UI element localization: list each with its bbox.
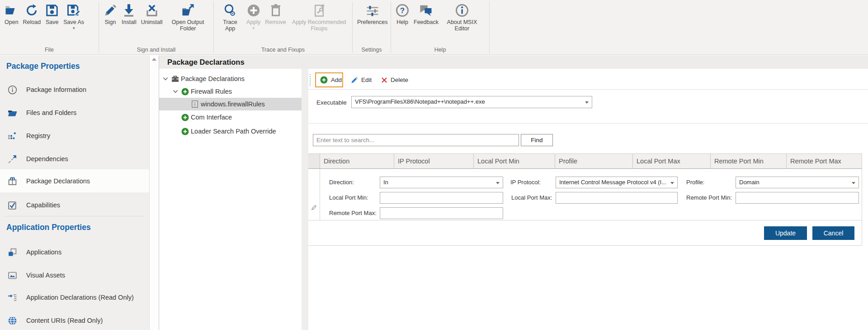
column-header-ip-protocol[interactable]: IP Protocol <box>394 154 474 168</box>
install-button[interactable]: Install <box>120 2 138 26</box>
direction-combobox[interactable]: In <box>380 177 503 188</box>
open-button-label: Open <box>5 19 19 25</box>
row-indicator-cell <box>308 169 320 220</box>
scroll-up-arrow-icon[interactable] <box>152 58 156 61</box>
sidebar-item-capabilities[interactable]: Capabilities <box>0 194 149 216</box>
remove-button[interactable]: Remove <box>263 2 288 26</box>
chevron-down-icon <box>670 182 674 184</box>
local-port-min-input[interactable] <box>380 192 503 204</box>
cancel-button[interactable]: Cancel <box>812 226 854 240</box>
reload-button[interactable]: Reload <box>21 2 43 26</box>
preferences-sliders-icon <box>366 3 379 18</box>
save-button-label: Save <box>46 19 59 25</box>
save-as-dropdown-chevron-icon[interactable]: ▾ <box>73 26 75 30</box>
sidebar-item-application-declarations[interactable]: Application Declarations (Read Only) <box>0 286 149 309</box>
column-header-local-port-min[interactable]: Local Port Min <box>474 154 555 168</box>
trace-app-button[interactable]: Trace App <box>217 2 244 33</box>
column-header-profile[interactable]: Profile <box>555 154 633 168</box>
capabilities-check-icon <box>8 201 17 210</box>
save-as-icon <box>67 3 80 18</box>
sidebar-item-label: Visual Assets <box>26 272 65 279</box>
sidebar-item-package-information[interactable]: Package Information <box>0 78 149 101</box>
info-circle-icon <box>8 85 17 95</box>
toolbox-icon <box>170 75 180 83</box>
open-folder-icon <box>5 3 18 18</box>
preferences-button[interactable]: Preferences <box>355 2 389 26</box>
ribbon-group-help: ? Help Feedback About MSIX Editor Help <box>391 0 489 54</box>
tree-item-firewall-rules[interactable]: Firewall Rules <box>159 85 302 98</box>
chevron-down-icon <box>496 182 500 184</box>
open-output-folder-button-label: Open Output Folder <box>167 19 209 32</box>
uninstall-button[interactable]: Uninstall <box>139 2 165 26</box>
remote-port-min-input[interactable] <box>736 192 859 204</box>
tree-item-label: Package Declarations <box>181 75 245 82</box>
chevron-down-icon[interactable] <box>171 89 180 94</box>
add-button[interactable]: Add <box>315 72 343 87</box>
ribbon-group-help-label: Help <box>391 47 489 53</box>
sidebar-item-applications[interactable]: Applications <box>0 241 149 263</box>
column-header-direction[interactable]: Direction <box>320 154 394 168</box>
search-input[interactable] <box>313 134 519 146</box>
apply-button[interactable]: Apply ▾ <box>245 2 262 31</box>
direction-combobox-value: In <box>383 179 388 186</box>
executable-combobox[interactable]: VFS\ProgramFilesX86\Notepad++\notepad++.… <box>351 96 592 108</box>
ribbon: Open Reload Save Save As ▾ <box>0 0 868 55</box>
sidebar-item-files-and-folders[interactable]: Files and Folders <box>0 101 149 124</box>
save-button[interactable]: Save <box>43 2 61 26</box>
apply-plus-icon <box>247 3 260 18</box>
remove-button-label: Remove <box>265 19 286 25</box>
tree-item-loader-search-path-override[interactable]: Loader Search Path Override <box>159 125 302 138</box>
preferences-button-label: Preferences <box>357 19 387 25</box>
update-button[interactable]: Update <box>764 226 807 240</box>
ribbon-group-file-label: File <box>0 47 99 53</box>
ribbon-group-sign-install-label: Sign and Install <box>99 47 213 53</box>
sign-button[interactable]: Sign <box>102 2 119 26</box>
ip-protocol-combobox-value: Internet Control Message Protocol v4 (I.… <box>559 179 666 186</box>
panel-splitter[interactable] <box>302 69 308 330</box>
feedback-button[interactable]: Feedback <box>412 2 440 26</box>
chevron-down-icon[interactable] <box>161 76 170 81</box>
find-button[interactable]: Find <box>521 134 553 146</box>
toolbar-grip[interactable] <box>310 74 311 86</box>
sidebar-item-registry[interactable]: Registry <box>0 124 149 147</box>
apply-recommended-fixups-button-label: Apply Recommended Fixups <box>291 19 348 32</box>
svg-text:?: ? <box>400 6 405 15</box>
tree-item-package-declarations[interactable]: Package Declarations <box>159 72 302 85</box>
delete-button[interactable]: Delete <box>377 73 412 86</box>
sidebar-item-label: Application Declarations (Read Only) <box>26 294 134 301</box>
sidebar-item-content-uris[interactable]: Content URIs (Read Only) <box>0 309 149 330</box>
sidebar-item-label: Registry <box>26 132 50 139</box>
help-button[interactable]: ? Help <box>394 2 411 26</box>
local-port-max-input[interactable] <box>556 192 678 204</box>
sidebar-item-visual-assets[interactable]: Visual Assets <box>0 264 149 287</box>
profile-combobox[interactable]: Domain <box>736 177 859 188</box>
sidebar-item-label: Package Information <box>26 86 86 93</box>
document-icon <box>190 100 200 108</box>
remote-port-max-input[interactable] <box>380 207 503 219</box>
ip-protocol-field-label: IP Protocol: <box>510 177 541 188</box>
rules-table-header: Direction IP Protocol Local Port Min Pro… <box>308 153 862 169</box>
sidebar-item-package-declarations[interactable]: Package Declarations <box>0 169 149 192</box>
install-arrow-icon <box>122 3 136 18</box>
sidebar-item-dependencies[interactable]: Dependencies <box>0 148 149 170</box>
column-header-local-port-max[interactable]: Local Port Max <box>633 154 711 168</box>
save-as-button[interactable]: Save As ▾ <box>61 2 86 31</box>
open-button[interactable]: Open <box>3 2 20 26</box>
column-header-remote-port-min[interactable]: Remote Port Min <box>711 154 787 168</box>
column-header-remote-port-max[interactable]: Remote Port Max <box>787 154 862 168</box>
sidebar-scrollbar[interactable] <box>149 55 159 330</box>
help-question-icon: ? <box>396 3 409 18</box>
about-msix-editor-button-label: About MSIX Editor <box>443 19 481 32</box>
rule-edit-row: Direction: In IP Protocol: Internet Cont… <box>308 169 862 220</box>
tree-item-windows-firewallrules[interactable]: windows.firewallRules <box>159 98 302 110</box>
sidebar-item-label: Files and Folders <box>26 109 76 116</box>
ip-protocol-combobox[interactable]: Internet Control Message Protocol v4 (I.… <box>556 177 678 188</box>
edit-button[interactable]: Edit <box>347 73 375 86</box>
save-as-button-label: Save As <box>63 19 84 25</box>
apply-recommended-fixups-button[interactable]: Apply Recommended Fixups <box>289 2 349 33</box>
direction-field-label: Direction: <box>329 177 354 188</box>
about-msix-editor-button[interactable]: About MSIX Editor <box>441 2 483 33</box>
open-output-folder-button[interactable]: Open Output Folder <box>165 2 211 33</box>
sidebar: Package Properties Package Information F… <box>0 55 149 330</box>
tree-item-com-interface[interactable]: Com Interface <box>159 111 302 124</box>
